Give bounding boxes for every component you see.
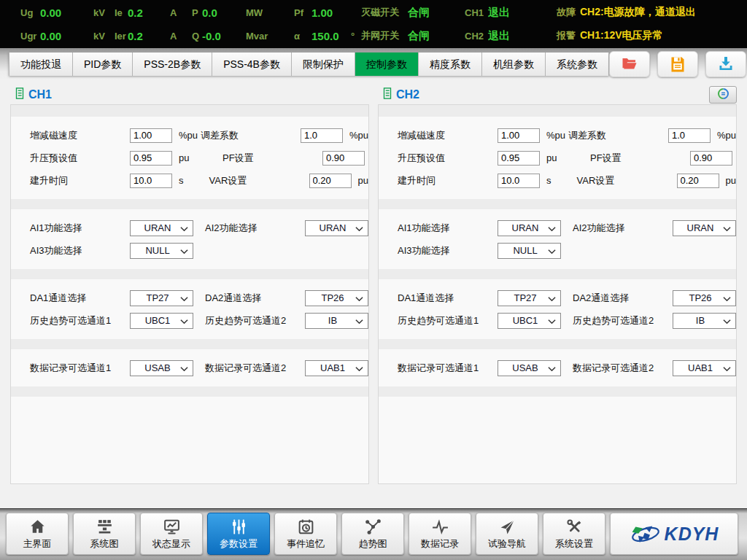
panel-header: CH2 bbox=[378, 85, 737, 104]
download-button[interactable] bbox=[705, 51, 746, 77]
select-value: USAB bbox=[135, 362, 180, 373]
tab-strip: 功能投退PID参数PSS-2B参数PSS-4B参数限制保护控制参数精度系数机组参… bbox=[9, 52, 609, 76]
select-value: URAN bbox=[503, 222, 548, 233]
inc-dec-excitation-rate-input[interactable] bbox=[498, 128, 540, 143]
measurement-q: Q-0.0Mvar bbox=[192, 30, 294, 42]
nav-main-screen-button[interactable]: 主界面 bbox=[6, 513, 69, 555]
nav-system-diagram-button[interactable]: 系统图 bbox=[73, 513, 136, 555]
panel-body: 增减磁速度%pu调差系数%pu升压预设值puPF设置建升时间sVAR设置puAI… bbox=[10, 104, 369, 484]
chevron-down-icon bbox=[180, 244, 188, 257]
var-setting-input[interactable] bbox=[677, 174, 719, 188]
field-label: 升压预设值 bbox=[30, 152, 130, 165]
da2-channel-select[interactable]: TP26 bbox=[305, 290, 368, 306]
group-separator bbox=[379, 199, 736, 209]
tab-function-enable[interactable]: 功能投退 bbox=[9, 52, 73, 76]
data-record-channel2[interactable]: UAB1 bbox=[305, 360, 368, 376]
measurement-unit: A bbox=[170, 7, 192, 18]
home-icon bbox=[28, 517, 47, 536]
sync-channels-button[interactable] bbox=[709, 86, 737, 104]
open-file-button[interactable] bbox=[609, 51, 650, 77]
da1-channel-select[interactable]: TP27 bbox=[130, 290, 193, 306]
alert-message: CH2:电源故障，通道退出 bbox=[580, 6, 696, 19]
test-navigation-icon bbox=[498, 517, 516, 536]
pf-setting-input[interactable] bbox=[322, 151, 365, 166]
droop-coefficient-input[interactable] bbox=[301, 128, 343, 143]
parameter-cell: 数据记录可选通道1USAB bbox=[11, 360, 205, 376]
nav-system-settings-button[interactable]: 系统设置 bbox=[543, 513, 605, 555]
vendor-logo-text: KDYH bbox=[665, 524, 719, 545]
history-trend-channel1[interactable]: UBC1 bbox=[498, 313, 561, 329]
tab-precision-coefficients[interactable]: 精度系数 bbox=[419, 52, 482, 76]
tab-pss-2b-params[interactable]: PSS-2B参数 bbox=[133, 52, 212, 76]
chevron-down-icon bbox=[355, 292, 363, 305]
nav-label: 事件追忆 bbox=[287, 537, 325, 551]
ai3-function-select[interactable]: NULL bbox=[498, 243, 561, 259]
nav-status-display-button[interactable]: 状态显示 bbox=[140, 513, 203, 555]
chevron-down-icon bbox=[723, 292, 731, 305]
tab-unit-params[interactable]: 机组参数 bbox=[482, 52, 546, 76]
ai1-function-select[interactable]: URAN bbox=[130, 220, 193, 236]
data-record-channel1[interactable]: USAB bbox=[498, 360, 561, 376]
field-label: DA2通道选择 bbox=[573, 292, 673, 305]
ai2-function-select[interactable]: URAN bbox=[673, 220, 736, 236]
history-trend-channel2[interactable]: IB bbox=[673, 313, 736, 329]
group-separator bbox=[11, 386, 368, 397]
inc-dec-excitation-rate-input[interactable] bbox=[130, 128, 172, 143]
parameter-cell: AI2功能选择URAN bbox=[205, 220, 368, 236]
nav-test-navigation-button[interactable]: 试验导航 bbox=[476, 513, 538, 555]
da1-channel-select[interactable]: TP27 bbox=[498, 290, 561, 306]
data-record-channel1[interactable]: USAB bbox=[130, 360, 193, 376]
chevron-down-icon bbox=[355, 222, 363, 235]
field-unit: %pu bbox=[349, 130, 368, 141]
tab-system-params[interactable]: 系统参数 bbox=[546, 52, 609, 76]
tab-pss-4b-params[interactable]: PSS-4B参数 bbox=[212, 52, 292, 76]
measurement-value: -0.0 bbox=[202, 30, 246, 42]
parameter-cell: PF设置 bbox=[590, 151, 736, 166]
field-label: PF设置 bbox=[590, 152, 690, 165]
parameter-cell: 升压预设值pu bbox=[11, 151, 222, 166]
event-recall-icon bbox=[297, 517, 315, 536]
toolbar bbox=[609, 51, 747, 77]
parameter-cell: AI3功能选择NULL bbox=[11, 243, 222, 259]
buildup-time-input[interactable] bbox=[130, 174, 172, 188]
tab-pid-params[interactable]: PID参数 bbox=[73, 52, 133, 76]
data-record-channel2[interactable]: UAB1 bbox=[673, 360, 736, 376]
field-label: AI1功能选择 bbox=[30, 222, 130, 235]
da2-channel-select[interactable]: TP26 bbox=[673, 290, 736, 306]
panel-header: CH1 bbox=[10, 85, 369, 104]
parameter-cell: AI1功能选择URAN bbox=[11, 220, 205, 236]
alert-status: 报警CH1:12V电压异常 bbox=[557, 29, 747, 42]
pf-setting-input[interactable] bbox=[690, 151, 732, 166]
kdyh-logo bbox=[630, 520, 662, 548]
nav-data-record-button[interactable]: 数据记录 bbox=[409, 513, 471, 555]
save-button[interactable] bbox=[657, 51, 698, 77]
buildup-time-input[interactable] bbox=[498, 174, 540, 188]
ai1-function-select[interactable]: URAN bbox=[498, 220, 561, 236]
parameter-row: AI3功能选择NULL bbox=[11, 239, 368, 262]
field-unit: pu bbox=[179, 152, 189, 163]
parameter-row: 增减磁速度%pu调差系数%pu bbox=[379, 124, 736, 147]
parameter-cell: 数据记录可选通道2UAB1 bbox=[205, 360, 368, 376]
nav-trend-chart-button[interactable]: 趋势图 bbox=[341, 513, 404, 555]
vendor-logo-button[interactable]: KDYH bbox=[610, 513, 738, 555]
droop-coefficient-input[interactable] bbox=[668, 128, 711, 143]
select-value: IB bbox=[678, 315, 723, 326]
field-unit: %pu bbox=[717, 130, 736, 141]
select-value: USAB bbox=[503, 362, 548, 373]
var-setting-input[interactable] bbox=[309, 174, 352, 188]
tab-limit-protection[interactable]: 限制保护 bbox=[292, 52, 355, 76]
parameter-cell: 数据记录可选通道2UAB1 bbox=[573, 360, 736, 376]
field-label: PF设置 bbox=[222, 152, 322, 165]
ai3-function-select[interactable]: NULL bbox=[130, 243, 193, 259]
field-label: 建升时间 bbox=[398, 174, 498, 187]
nav-parameter-settings-button[interactable]: 参数设置 bbox=[207, 513, 270, 555]
select-value: NULL bbox=[135, 245, 180, 256]
boost-preset-value-input[interactable] bbox=[130, 151, 172, 166]
boost-preset-value-input[interactable] bbox=[498, 151, 540, 166]
history-trend-channel2[interactable]: IB bbox=[305, 313, 368, 329]
folder-open-icon bbox=[621, 55, 638, 74]
history-trend-channel1[interactable]: UBC1 bbox=[130, 313, 193, 329]
tab-control-params[interactable]: 控制参数 bbox=[355, 52, 419, 76]
ai2-function-select[interactable]: URAN bbox=[305, 220, 368, 236]
nav-event-recall-button[interactable]: 事件追忆 bbox=[274, 513, 337, 555]
